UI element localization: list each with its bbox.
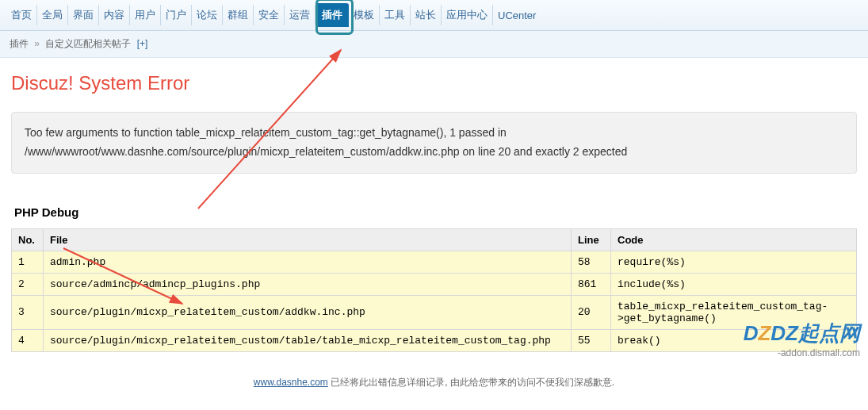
table-row: 4source/plugin/micxp_relateitem_custom/t…	[12, 329, 857, 351]
nav-item-5[interactable]: 门户	[161, 5, 192, 25]
table-header-row: No. File Line Code	[12, 228, 857, 251]
nav-item-9[interactable]: 运营	[285, 5, 315, 25]
td-no: 3	[12, 295, 44, 329]
nav-item-13[interactable]: 站长	[411, 5, 442, 25]
td-code: break()	[611, 329, 857, 351]
nav-item-6[interactable]: 论坛	[192, 5, 223, 25]
nav-item-7[interactable]: 群组	[223, 5, 254, 25]
nav-item-15[interactable]: UCenter	[493, 6, 541, 25]
td-code: include(%s)	[611, 273, 857, 295]
td-file: admin.php	[44, 251, 572, 273]
table-row: 1admin.php58require(%s)	[12, 251, 857, 273]
th-code: Code	[611, 228, 857, 251]
td-file: source/plugin/micxp_relateitem_custom/ta…	[44, 329, 572, 351]
top-nav: 首页全局界面内容用户门户论坛群组安全运营插件模板工具站长应用中心UCenter	[0, 0, 868, 31]
td-line: 55	[572, 329, 611, 351]
nav-item-11[interactable]: 模板	[349, 5, 380, 25]
nav-item-1[interactable]: 全局	[37, 5, 68, 25]
footer: www.dasnhe.com 已经将此出错信息详细记录, 由此给您带来的访问不便…	[0, 366, 868, 399]
content-area: Discuz! System Error Too few arguments t…	[0, 58, 868, 366]
breadcrumb: 插件 » 自定义匹配相关帖子 [+]	[0, 31, 868, 58]
nav-item-3[interactable]: 内容	[99, 5, 130, 25]
footer-link[interactable]: www.dasnhe.com	[254, 377, 328, 388]
breadcrumb-add[interactable]: [+]	[137, 38, 148, 49]
table-row: 2source/admincp/admincp_plugins.php861in…	[12, 273, 857, 295]
nav-item-0[interactable]: 首页	[6, 5, 37, 25]
footer-text: 已经将此出错信息详细记录, 由此给您带来的访问不便我们深感歉意.	[328, 377, 614, 388]
nav-item-12[interactable]: 工具	[380, 5, 411, 25]
breadcrumb-sep: »	[34, 38, 40, 49]
th-line: Line	[572, 228, 611, 251]
debug-title: PHP Debug	[14, 205, 857, 219]
td-no: 1	[12, 251, 44, 273]
td-line: 20	[572, 295, 611, 329]
th-no: No.	[12, 228, 44, 251]
debug-tbody: 1admin.php58require(%s)2source/admincp/a…	[12, 251, 857, 351]
debug-table: No. File Line Code 1admin.php58require(%…	[11, 228, 857, 352]
error-message-box: Too few arguments to function table_micx…	[11, 112, 857, 174]
table-row: 3source/plugin/micxp_relateitem_custom/a…	[12, 295, 857, 329]
td-file: source/admincp/admincp_plugins.php	[44, 273, 572, 295]
td-code: table_micxp_relateitem_custom_tag->get_b…	[611, 295, 857, 329]
th-file: File	[44, 228, 572, 251]
nav-item-10[interactable]: 插件	[315, 3, 349, 27]
nav-item-2[interactable]: 界面	[68, 5, 99, 25]
nav-item-4[interactable]: 用户	[130, 5, 161, 25]
nav-item-8[interactable]: 安全	[254, 5, 285, 25]
breadcrumb-current: 自定义匹配相关帖子	[45, 38, 131, 49]
td-no: 2	[12, 273, 44, 295]
error-title: Discuz! System Error	[11, 72, 857, 94]
td-no: 4	[12, 329, 44, 351]
breadcrumb-root[interactable]: 插件	[10, 38, 29, 49]
td-line: 861	[572, 273, 611, 295]
td-line: 58	[572, 251, 611, 273]
td-file: source/plugin/micxp_relateitem_custom/ad…	[44, 295, 572, 329]
td-code: require(%s)	[611, 251, 857, 273]
nav-item-14[interactable]: 应用中心	[442, 5, 493, 25]
